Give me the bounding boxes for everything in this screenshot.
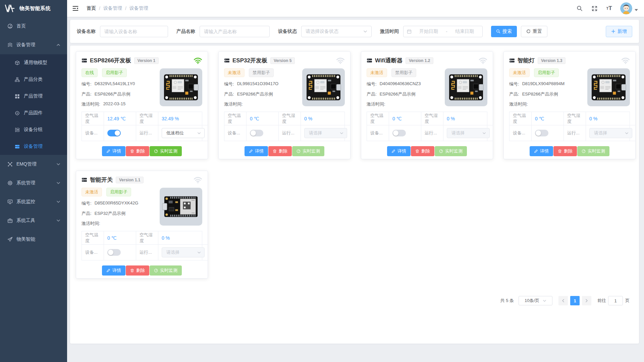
sidebar-item-label: 设备管理 (16, 42, 35, 48)
device-card-esp32: ESP32开发板 Version 5 未激活 禁用影子 编号:DL9981541… (218, 51, 351, 159)
temp-label: 空气温度 (82, 112, 104, 125)
breadcrumb-device-mgmt[interactable]: 设备管理 (103, 5, 122, 11)
search-button[interactable]: 搜索 (491, 26, 517, 37)
toolbox-icon (7, 218, 13, 223)
metric-table: 空气温度 0 ℃ 空气湿度 0 % 设备... 运行... 请选择 (509, 112, 630, 141)
prev-page-button[interactable] (558, 296, 568, 305)
gauge-icon (297, 149, 301, 153)
goto-page-input[interactable] (608, 296, 623, 305)
chevron-down-icon (56, 200, 60, 204)
device-status-select[interactable]: 请选择设备状态 (301, 26, 372, 37)
edit-icon (106, 268, 110, 273)
detail-button[interactable]: 详情 (102, 146, 125, 156)
sidebar-item-home[interactable]: 首页 (0, 17, 67, 36)
sidebar-item-device-group[interactable]: 设备分组 (0, 121, 67, 138)
device-switch-toggle[interactable] (250, 130, 263, 136)
device-switch-toggle[interactable] (107, 130, 121, 136)
detail-button[interactable]: 详情 (530, 146, 553, 156)
page-size-select[interactable]: 10条/页 (519, 296, 552, 305)
device-switch-toggle[interactable] (107, 249, 121, 256)
monitor-button-disabled[interactable]: 实时监测 (292, 146, 324, 156)
breadcrumb-home[interactable]: 首页 (87, 5, 96, 11)
sub-item-label: 通用物模型 (24, 60, 47, 66)
device-card-wifi-switch: Wifi通断器 Version 1.2 未激活 禁用影子 编号:D4040964… (361, 51, 493, 159)
monitor-button-disabled[interactable]: 实时监测 (150, 265, 182, 276)
humidity-label: 空气湿度 (564, 112, 586, 125)
delete-button[interactable]: 删除 (553, 146, 577, 156)
esp32-board-image (160, 188, 202, 225)
dashboard-icon (7, 23, 13, 29)
edit-icon (106, 149, 110, 153)
font-size-button[interactable]: TT (603, 2, 615, 15)
chevron-down-icon (625, 131, 629, 135)
sidebar-item-thing-model[interactable]: 通用物模型 (0, 54, 67, 71)
detail-button[interactable]: 详情 (387, 146, 411, 156)
gauge-icon (154, 268, 158, 273)
detail-button[interactable]: 详情 (245, 146, 268, 156)
sidebar-item-product-category[interactable]: 产品分类 (0, 71, 67, 88)
delete-button[interactable]: 删除 (126, 146, 149, 156)
run-mode-select[interactable]: 请选择 (447, 128, 490, 138)
pagination-total: 共 5 条 (500, 298, 514, 304)
switch-label: 设备... (224, 125, 247, 141)
run-mode-select[interactable]: 低速档位 (162, 128, 205, 138)
esp8266-board-image (160, 69, 202, 106)
sidebar-fold-button[interactable] (67, 0, 84, 17)
search-icon (496, 29, 500, 34)
monitor-button-disabled[interactable]: 实时监测 (435, 146, 467, 156)
detail-button[interactable]: 详情 (102, 265, 125, 276)
device-title: 智能灯 (518, 57, 535, 64)
content-column: 首页 / 设备管理 / 设备管理 TT (67, 0, 644, 362)
run-mode-select[interactable]: 请选择 (162, 247, 205, 257)
product-label: 产品: (82, 91, 92, 97)
run-mode-select[interactable]: 请选择 (304, 128, 347, 138)
sidebar-item-product-firmware[interactable]: 产品固件 (0, 105, 67, 121)
device-switch-toggle[interactable] (392, 130, 406, 136)
add-device-button[interactable]: 新增 (606, 26, 632, 37)
device-switch-toggle[interactable] (535, 130, 548, 136)
status-badge: 未激活 (367, 68, 387, 77)
monitor-button-disabled[interactable]: 实时监测 (577, 146, 609, 156)
next-page-button[interactable] (582, 296, 591, 305)
app-logo[interactable]: 物美智能系统 (0, 0, 67, 17)
sidebar-item-system-tools[interactable]: 系统工具 (0, 211, 67, 230)
version-badge: Version 1 (134, 57, 159, 64)
server-bars-icon (367, 58, 372, 63)
sidebar-item-system-mgmt[interactable]: 系统管理 (0, 174, 67, 192)
reset-button[interactable]: 重置 (521, 26, 547, 37)
product-name-input[interactable] (200, 26, 270, 37)
delete-button[interactable]: 删除 (126, 265, 149, 276)
humidity-value: 0 % (301, 112, 351, 125)
header-search-button[interactable] (574, 2, 585, 15)
sidebar-item-device-manage-active[interactable]: 设备管理 (0, 138, 67, 155)
sidebar-item-system-monitor[interactable]: 系统监控 (0, 192, 67, 211)
device-list-panel: ESP8266开发板 Version 1 在线 启用影子 编号:D6329VL5… (70, 46, 639, 344)
humidity-value: 0 % (443, 112, 493, 125)
gear-icon (7, 180, 13, 186)
page-number-current[interactable]: 1 (570, 296, 580, 305)
sn-label: 编号: (367, 81, 377, 87)
chevron-down-icon (482, 131, 486, 135)
delete-button[interactable]: 删除 (268, 146, 292, 156)
device-photo (160, 68, 202, 106)
device-title: ESP8266开发板 (90, 57, 131, 64)
run-mode-select[interactable]: 请选择 (589, 128, 632, 138)
trash-icon (273, 149, 277, 153)
humidity-value: 0 % (586, 112, 636, 125)
fullscreen-button[interactable] (589, 2, 600, 15)
metric-table: 空气温度 0 ℃ 空气湿度 0 % 设备... 运行... 请选择 (224, 112, 345, 141)
status-badge: 未激活 (509, 68, 530, 77)
device-name-input[interactable] (100, 26, 168, 37)
delete-button[interactable]: 删除 (411, 146, 434, 156)
sidebar-item-product-mgmt[interactable]: 产品管理 (0, 88, 67, 105)
sidebar-item-device-mgmt[interactable]: 设备管理 (0, 36, 67, 54)
switch-label: 设备... (82, 245, 104, 260)
wifi-status-icon (194, 57, 202, 64)
mode-label: 运行... (421, 125, 443, 141)
monitor-button[interactable]: 实时监测 (150, 146, 182, 156)
shadow-badge: 启用影子 (534, 68, 559, 77)
sidebar-item-wumei-smart[interactable]: 物美智能 (0, 230, 67, 249)
user-menu[interactable] (620, 2, 638, 14)
sidebar-item-emq[interactable]: EMQ管理 (0, 155, 67, 174)
date-range-picker[interactable]: 开始日期 - 结束日期 (403, 26, 483, 37)
